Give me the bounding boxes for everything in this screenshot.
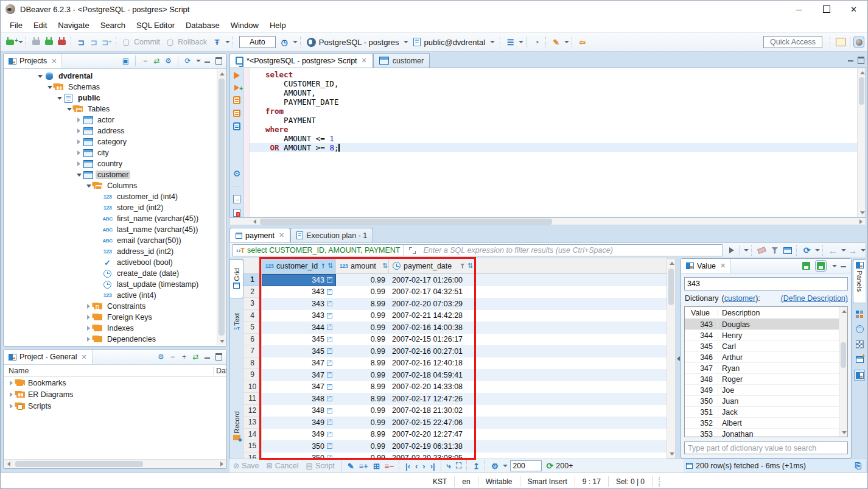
scroll-right-icon[interactable] [217,460,226,468]
cell-payment-date[interactable]: 2007-02-20 12:27:47 [389,429,476,441]
foreign-key-link-icon[interactable] [327,337,332,342]
remove-filter-icon[interactable] [769,245,780,256]
minimize-panel-icon[interactable] [202,56,212,66]
references-panel-icon[interactable] [855,354,864,364]
cell-customer-id[interactable]: 344 [262,322,336,334]
minimize-value-panel-icon[interactable] [838,261,849,271]
collapse-all-icon[interactable]: − [140,56,150,66]
save-button[interactable]: ⊘Save [233,462,259,470]
fetch-more-icon[interactable]: ⟳ [547,461,554,471]
foreign-key-link-icon[interactable] [327,313,332,318]
reconnect-icon[interactable] [44,37,54,47]
last-page-icon[interactable]: ›| [430,462,435,471]
table-row[interactable]: 6 345 0.99 2007-02-15 01:26:17 [243,334,667,346]
cell-payment-date[interactable]: 2007-02-17 04:32:51 [389,286,476,298]
tree-item-customer-id-int4-[interactable]: customer_id (int4) [4,191,217,202]
new-connection-panel-icon[interactable]: ▣ [121,56,131,66]
tree-item-dvdrental[interactable]: dvdrental [4,71,217,82]
dictionary-row[interactable]: 346 Arthur [685,352,839,363]
explain-plan-icon[interactable] [233,122,240,130]
maximize-panel-icon[interactable] [214,56,224,66]
cell-amount[interactable]: 0.99 [336,286,389,298]
tree-item-first-name-varchar-45-[interactable]: first_name (varchar(45)) [4,213,217,224]
link-with-editor-icon[interactable]: ⇄ [191,352,201,362]
minimize-window-button[interactable] [785,1,813,18]
maximize-window-button[interactable] [813,1,840,18]
recent-sql-editor-icon[interactable]: ⊐ [89,37,99,47]
editor-vscrollbar[interactable] [857,68,866,217]
cell-amount[interactable]: 0.99 [336,452,389,459]
foreign-key-link-icon[interactable] [327,348,332,354]
cell-payment-date[interactable]: 2007-02-15 01:26:17 [389,334,476,346]
filter-icon[interactable] [321,264,325,269]
tab-panels[interactable]: Panels [853,259,866,303]
filter-history-dropdown-icon[interactable] [744,249,749,252]
first-page-icon[interactable]: |‹ [405,462,410,471]
second-column-header[interactable]: Dat [213,367,226,375]
value-panel-toggle-icon[interactable] [855,370,864,380]
collapse-all-icon[interactable]: − [167,352,178,362]
table-row[interactable]: 9 347 0.99 2007-02-18 04:59:41 [243,369,667,381]
expand-filter-icon[interactable] [408,247,416,255]
table-row[interactable]: 16 350 0.99 2007-02-20 23:08:05 [243,452,667,459]
execute-new-tab-icon[interactable] [234,85,239,91]
cell-amount[interactable]: 8.99 [336,381,389,393]
foreign-key-link-icon[interactable] [327,277,332,283]
cell-customer-id[interactable]: 343 [262,286,336,298]
close-icon[interactable]: ✕ [720,262,726,270]
save-value-icon[interactable] [801,261,811,271]
foreign-key-link-icon[interactable] [327,372,332,378]
dictionary-row[interactable]: 343 Douglas [685,319,839,330]
scroll-down-icon[interactable] [217,337,226,345]
code-line[interactable]: where [250,125,857,134]
project-item-er-diagrams[interactable]: ER Diagrams [4,389,226,400]
edit-cell-icon[interactable]: ✎ [348,462,354,471]
cell-amount[interactable]: 0.99 [336,274,389,286]
tab-project-general[interactable]: Project - General ✕ [4,350,93,364]
disconnect-icon[interactable] [57,37,67,47]
cell-customer-id[interactable]: 345 [262,334,336,346]
tree-item-indexes[interactable]: Indexes [4,323,217,334]
code-line[interactable]: PAYMENT [250,116,857,125]
cell-customer-id[interactable]: 343 [262,310,336,322]
dictionary-row[interactable]: 351 Jack [685,407,839,418]
scroll-right-icon[interactable] [856,217,865,226]
cell-payment-date[interactable]: 2007-02-15 22:47:06 [389,417,476,429]
fetch-more-label[interactable]: 200+ [556,462,573,470]
cell-payment-date[interactable]: 2007-02-16 12:40:18 [389,357,476,370]
cell-customer-id[interactable]: 347 [262,381,336,393]
brush-dropdown-icon[interactable] [564,41,569,43]
tree-expanded-icon[interactable] [85,182,93,190]
scroll-left-icon[interactable] [250,217,259,226]
close-icon[interactable]: ✕ [81,353,86,361]
tree-collapsed-icon[interactable] [7,402,15,410]
name-column-header[interactable]: Name [4,367,213,375]
code-line[interactable]: CUSTOMER_ID, [250,79,857,88]
maximize-editor-icon[interactable] [856,55,866,65]
foreign-key-link-icon[interactable] [327,443,332,449]
row-number[interactable]: 14 [243,429,262,441]
tree-item-last-name-varchar-45-[interactable]: last_name (varchar(45)) [4,224,217,235]
cell-customer-id[interactable]: 350 [262,452,336,459]
define-description-link[interactable]: (Define Description) [781,294,848,303]
menu-help[interactable]: Help [264,19,292,31]
new-connection-dropdown-icon[interactable] [18,41,23,43]
duplicate-row-icon[interactable]: ⊞ [373,462,380,471]
cell-payment-date[interactable]: 2007-02-20 23:08:05 [389,452,476,459]
new-connection-icon[interactable] [5,37,15,47]
cell-amount[interactable]: 0.99 [336,345,389,357]
dictionary-row[interactable]: 348 Roger [685,374,839,385]
script-button[interactable]: ▤Script [306,462,335,470]
execute-statement-icon[interactable] [234,72,240,79]
tree-item-create-date-date-[interactable]: create_date (date) [4,268,217,279]
tree-item-columns[interactable]: Columns [4,180,217,191]
tree-item-customer[interactable]: customer [4,169,217,180]
gear-icon[interactable]: ⚙ [163,56,173,66]
row-number[interactable]: 16 [243,452,262,459]
project-item-bookmarks[interactable]: Bookmarks [4,377,226,389]
tree-item-active-int4-[interactable]: active (int4) [4,290,217,301]
dictionary-row[interactable]: 345 Carl [685,341,839,352]
close-icon[interactable]: ✕ [362,57,367,65]
back-dropdown-icon[interactable] [841,249,846,252]
table-row[interactable]: 8 347 8.99 2007-02-16 12:40:18 [243,357,667,370]
